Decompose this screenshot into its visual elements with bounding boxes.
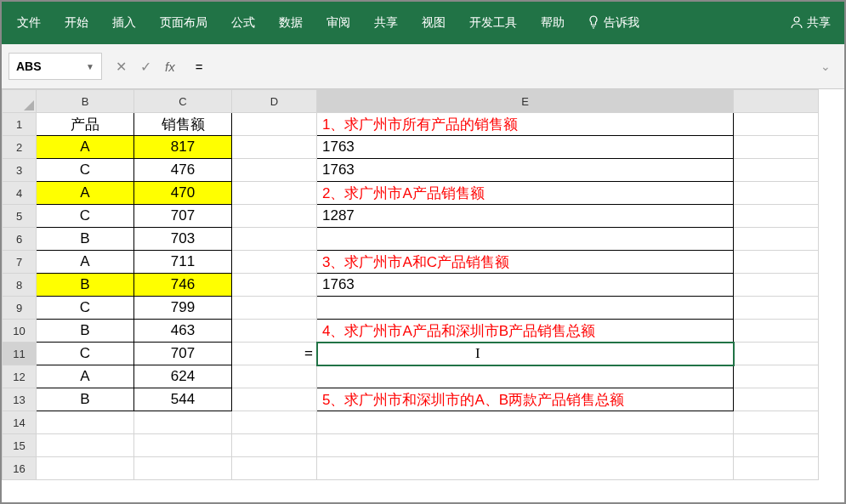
row-header[interactable]: 12 (3, 365, 37, 388)
tab-insert[interactable]: 插入 (100, 5, 148, 41)
spreadsheet-grid[interactable]: B C D E 1产品销售额1、求广州市所有产品的销售额2A81717633C4… (2, 89, 844, 504)
cell[interactable]: 产品 (37, 113, 134, 136)
row-header[interactable]: 5 (3, 205, 37, 228)
cell[interactable] (232, 411, 317, 434)
col-header-B[interactable]: B (37, 90, 134, 113)
cell[interactable] (232, 434, 317, 457)
cell[interactable] (232, 274, 317, 297)
cell[interactable]: 799 (134, 297, 232, 320)
tab-review[interactable]: 审阅 (315, 5, 362, 41)
cell[interactable]: 1287 (317, 205, 734, 228)
row-header[interactable]: 11 (3, 343, 37, 365)
cell[interactable]: B (37, 320, 134, 343)
col-header-C[interactable]: C (134, 90, 232, 113)
cell[interactable]: 817 (134, 136, 232, 159)
cell[interactable]: 1763 (317, 159, 734, 182)
cell[interactable]: C (37, 297, 134, 320)
cell[interactable]: A (37, 182, 134, 205)
cell[interactable] (317, 297, 734, 320)
cell[interactable]: = (232, 343, 317, 365)
row-header[interactable]: 2 (3, 136, 37, 159)
row-header[interactable]: 3 (3, 159, 37, 182)
cell[interactable]: 746 (134, 274, 232, 297)
tab-file[interactable]: 文件 (5, 5, 53, 41)
row-header[interactable]: 9 (3, 297, 37, 320)
cell[interactable] (232, 388, 317, 411)
cell[interactable] (232, 159, 317, 182)
row-header[interactable]: 8 (3, 274, 37, 297)
cell[interactable] (232, 297, 317, 320)
formula-input[interactable] (189, 54, 807, 78)
cell[interactable] (232, 228, 317, 251)
cell[interactable]: A (37, 365, 134, 388)
cell[interactable] (734, 228, 819, 251)
tell-me-group[interactable]: 告诉我 (576, 15, 650, 31)
cell[interactable] (37, 411, 134, 434)
cell[interactable]: 470 (134, 182, 232, 205)
tab-share-ribbon[interactable]: 共享 (362, 5, 410, 41)
cell[interactable]: C (37, 159, 134, 182)
row-header[interactable]: 4 (3, 182, 37, 205)
cell[interactable] (37, 434, 134, 457)
cell[interactable]: C (37, 343, 134, 365)
cell[interactable] (734, 388, 819, 411)
cancel-icon[interactable]: ✕ (116, 59, 127, 75)
cell[interactable] (734, 365, 819, 388)
row-header[interactable]: 13 (3, 388, 37, 411)
cell[interactable]: I (317, 343, 734, 365)
cell[interactable]: 544 (134, 388, 232, 411)
row-header[interactable]: 10 (3, 320, 37, 343)
cell[interactable]: C (37, 205, 134, 228)
col-header-F[interactable] (734, 90, 819, 113)
cell[interactable]: 707 (134, 343, 232, 365)
cell[interactable]: 476 (134, 159, 232, 182)
cell[interactable] (232, 113, 317, 136)
cell[interactable] (232, 205, 317, 228)
row-header[interactable]: 15 (3, 434, 37, 457)
cell[interactable]: 4、求广州市A产品和深圳市B产品销售总额 (317, 320, 734, 343)
cell[interactable] (134, 457, 232, 480)
cell[interactable] (734, 136, 819, 159)
cell[interactable] (232, 251, 317, 274)
cell[interactable] (734, 320, 819, 343)
cell[interactable]: A (37, 136, 134, 159)
cell[interactable] (734, 411, 819, 434)
name-box[interactable]: ABS ▼ (9, 53, 102, 80)
cell[interactable]: 711 (134, 251, 232, 274)
cell[interactable]: A (37, 251, 134, 274)
cell[interactable]: B (37, 388, 134, 411)
cell[interactable]: 3、求广州市A和C产品销售额 (317, 251, 734, 274)
cell[interactable]: 5、求广州市和深圳市的A、B两款产品销售总额 (317, 388, 734, 411)
share-group[interactable]: 共享 (780, 15, 841, 31)
row-header[interactable]: 14 (3, 411, 37, 434)
cell[interactable] (317, 228, 734, 251)
cell[interactable] (232, 182, 317, 205)
cell[interactable] (734, 343, 819, 365)
row-header[interactable]: 16 (3, 457, 37, 480)
cell[interactable]: 销售额 (134, 113, 232, 136)
fx-icon[interactable]: fx (165, 59, 175, 74)
cell[interactable] (734, 159, 819, 182)
cell[interactable]: 1763 (317, 274, 734, 297)
cell[interactable]: 1、求广州市所有产品的销售额 (317, 113, 734, 136)
cell[interactable] (734, 251, 819, 274)
row-header[interactable]: 7 (3, 251, 37, 274)
tab-help[interactable]: 帮助 (529, 5, 576, 41)
cell[interactable] (134, 411, 232, 434)
cell[interactable] (317, 365, 734, 388)
cell[interactable]: 707 (134, 205, 232, 228)
tab-page-layout[interactable]: 页面布局 (148, 5, 219, 41)
cell[interactable]: 703 (134, 228, 232, 251)
expand-formula-bar-icon[interactable]: ⌄ (814, 59, 837, 73)
cell[interactable] (232, 136, 317, 159)
cell[interactable]: B (37, 228, 134, 251)
cell[interactable] (232, 365, 317, 388)
cell[interactable]: 463 (134, 320, 232, 343)
cell[interactable]: B (37, 274, 134, 297)
cell[interactable] (317, 457, 734, 480)
dropdown-arrow-icon[interactable]: ▼ (86, 62, 94, 71)
cell[interactable] (734, 274, 819, 297)
tab-data[interactable]: 数据 (267, 5, 315, 41)
cell[interactable] (734, 434, 819, 457)
cell[interactable]: 2、求广州市A产品销售额 (317, 182, 734, 205)
